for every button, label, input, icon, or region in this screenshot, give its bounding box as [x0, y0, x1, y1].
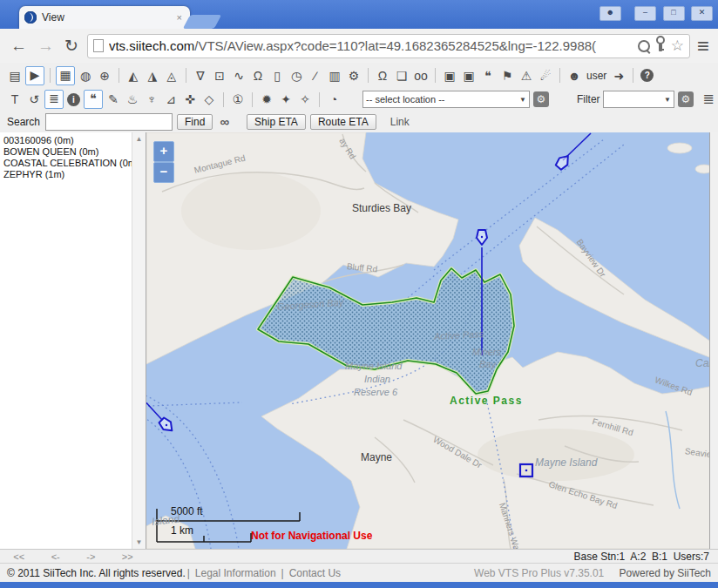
link-button[interactable]: Link	[390, 116, 410, 128]
sidebar-scrollbar[interactable]: ▲ ▼	[132, 132, 146, 549]
inbox-message-icon[interactable]: ▣	[441, 67, 458, 84]
flag-icon[interactable]: ⚑	[498, 67, 516, 84]
zoom-out-button[interactable]: −	[153, 162, 174, 183]
route-eta-button[interactable]: Route ETA	[310, 114, 376, 130]
vessel-list-item[interactable]: COASTAL CELEBRATION (0m	[3, 158, 146, 169]
outbox-message-icon[interactable]: ▣	[460, 67, 478, 84]
tooltip-bubble-icon[interactable]: ❝	[84, 90, 103, 109]
siitech-favicon	[24, 11, 37, 24]
voice-record-icon[interactable]: oo	[412, 67, 430, 84]
page-prev-button[interactable]: <-	[51, 551, 60, 562]
vessel-list-item[interactable]: BOWEN QUEEN (0m)	[3, 146, 146, 158]
binoculars-icon[interactable]: ∞	[220, 114, 227, 129]
page-last-button[interactable]: >>	[122, 551, 133, 562]
toolbar-separator	[223, 92, 224, 107]
person-icon[interactable]: ☻	[566, 67, 583, 84]
refresh-icon[interactable]: ↻	[64, 36, 78, 56]
vessel-list-item[interactable]: 003160096 (0m)	[3, 135, 146, 146]
window-frame-bottom	[0, 582, 718, 588]
info-icon[interactable]: i	[67, 93, 80, 106]
compass-icon[interactable]: ◇	[200, 91, 218, 108]
close-icon[interactable]: ✕	[691, 6, 713, 21]
distance-line-icon[interactable]: ∕	[307, 67, 324, 84]
chart-mid-icon[interactable]: ◮	[144, 67, 161, 84]
zoom-in-button[interactable]: +	[153, 141, 174, 162]
url-bar[interactable]: vts.siitech.com/VTS/AView.aspx?code=110?…	[87, 34, 690, 58]
maximize-icon[interactable]: □	[663, 6, 685, 21]
vessel-list-item[interactable]: ZEPHYR (1m)	[3, 169, 146, 180]
search-input[interactable]	[45, 113, 173, 131]
location-select[interactable]: -- select location -- ▼	[362, 91, 530, 108]
route-polyline-icon[interactable]: ∿	[230, 67, 247, 84]
forward-icon[interactable]: →	[37, 37, 54, 56]
logout-icon[interactable]: ➜	[610, 67, 627, 84]
pin-icon[interactable]: ✜	[181, 91, 199, 108]
filter-funnel-icon[interactable]: ∇	[192, 67, 209, 84]
bell-icon[interactable]: Ω	[249, 67, 267, 84]
toolbar-separator	[435, 68, 436, 83]
layers-icon[interactable]: ▤	[6, 67, 24, 84]
contact-us-link[interactable]: Contact Us	[289, 567, 341, 579]
text-label-icon[interactable]: T	[6, 91, 24, 108]
measure-pencil-icon[interactable]: ✎	[105, 91, 122, 108]
browser-menu-icon[interactable]: ≡	[697, 34, 709, 58]
play-icon[interactable]: ▶	[25, 66, 44, 85]
vessel-sidebar: 003160096 (0m)BOWEN QUEEN (0m)COASTAL CE…	[0, 132, 146, 549]
toolbar-separator	[633, 68, 633, 83]
toolbar-row-2: T↺≣i❝✎♨♆⊿✜◇①✹✦✧◔ -- select location -- ▼…	[0, 88, 718, 112]
chat-bubble-icon[interactable]: ❝	[479, 67, 497, 84]
list-view-icon[interactable]: ≣	[44, 90, 64, 109]
filter-settings-gear-icon[interactable]: ⚙	[678, 91, 694, 107]
film-strip-icon[interactable]: ▦	[56, 66, 75, 85]
search-magnifier-icon[interactable]	[638, 40, 650, 52]
gauge-icon[interactable]: ◔	[325, 91, 342, 108]
find-button[interactable]: Find	[177, 114, 213, 130]
toolbar-separator	[252, 92, 253, 107]
page-next-button[interactable]: ->	[86, 551, 95, 562]
tab-close-icon[interactable]: ×	[174, 12, 185, 23]
alarm-bell-icon[interactable]: Ω	[374, 67, 391, 84]
fuel-icon[interactable]: ▥	[326, 67, 343, 84]
scroll-up-icon[interactable]: ▲	[136, 132, 143, 145]
window-titlebar: View × ☻ – □ ✕	[0, 0, 718, 29]
legal-information-link[interactable]: Legal Information	[195, 567, 276, 579]
help-icon[interactable]: ?	[640, 69, 654, 82]
map-canvas[interactable]	[146, 132, 718, 549]
new-tab-button[interactable]	[183, 15, 222, 29]
browser-tab[interactable]: View ×	[19, 6, 190, 29]
globe-grid-icon[interactable]: ⊕	[96, 67, 113, 84]
list-panel-icon[interactable]: ≣	[700, 91, 717, 108]
single-page-icon[interactable]: ①	[229, 91, 247, 108]
temperature-icon[interactable]: ♨	[124, 91, 141, 108]
minimize-icon[interactable]: –	[634, 6, 656, 21]
report-icon[interactable]: ▯	[268, 67, 286, 84]
filter-select[interactable]: ▼	[603, 91, 674, 108]
map-scrollbar[interactable]	[709, 132, 718, 549]
satellite-icon[interactable]: ☄	[537, 67, 554, 84]
beacon-icon[interactable]: ✦	[277, 91, 295, 108]
profile-icon[interactable]: ☻	[599, 6, 621, 21]
chart-high-icon[interactable]: ◭	[125, 67, 142, 84]
location-settings-gear-icon[interactable]: ⚙	[533, 91, 549, 107]
base-station-status: Base Stn:1 A:2 B:1 Users:7	[146, 551, 718, 563]
history-clock-icon[interactable]: ◷	[288, 67, 305, 84]
page-first-button[interactable]: <<	[13, 551, 24, 562]
warning-icon[interactable]: ⚠	[518, 67, 535, 84]
engine-icon[interactable]: ⚙	[345, 67, 362, 84]
copy-pages-icon[interactable]: ❏	[393, 67, 410, 84]
ship-eta-button[interactable]: Ship ETA	[247, 114, 306, 130]
chart-line-icon[interactable]: ⊿	[162, 91, 180, 108]
chart-low-icon[interactable]: ◬	[163, 67, 180, 84]
toolbar-separator	[368, 68, 369, 83]
scroll-down-icon[interactable]: ▼	[136, 536, 143, 549]
bookmark-star-icon[interactable]: ☆	[671, 37, 684, 55]
key-icon[interactable]	[659, 44, 662, 51]
back-icon[interactable]: ←	[10, 37, 27, 56]
version-text: Web VTS Pro Plus v7.35.01	[474, 567, 604, 579]
undo-icon[interactable]: ↺	[25, 91, 43, 108]
wind-icon[interactable]: ♆	[143, 91, 160, 108]
earth-icon[interactable]: ◍	[77, 67, 94, 84]
beacon-lit-icon[interactable]: ✹	[258, 91, 275, 108]
select-area-icon[interactable]: ⊡	[211, 67, 228, 84]
beacon-off-icon[interactable]: ✧	[296, 91, 314, 108]
